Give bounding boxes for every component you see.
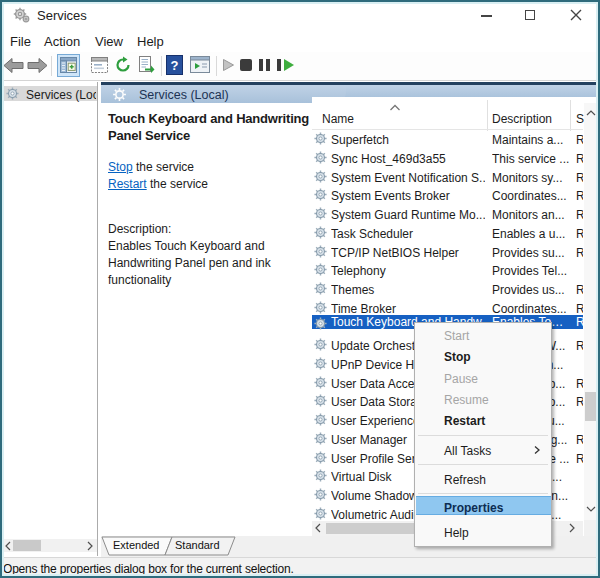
svg-text:Standard: Standard — [175, 539, 220, 551]
svg-text:Extended: Extended — [113, 539, 159, 551]
